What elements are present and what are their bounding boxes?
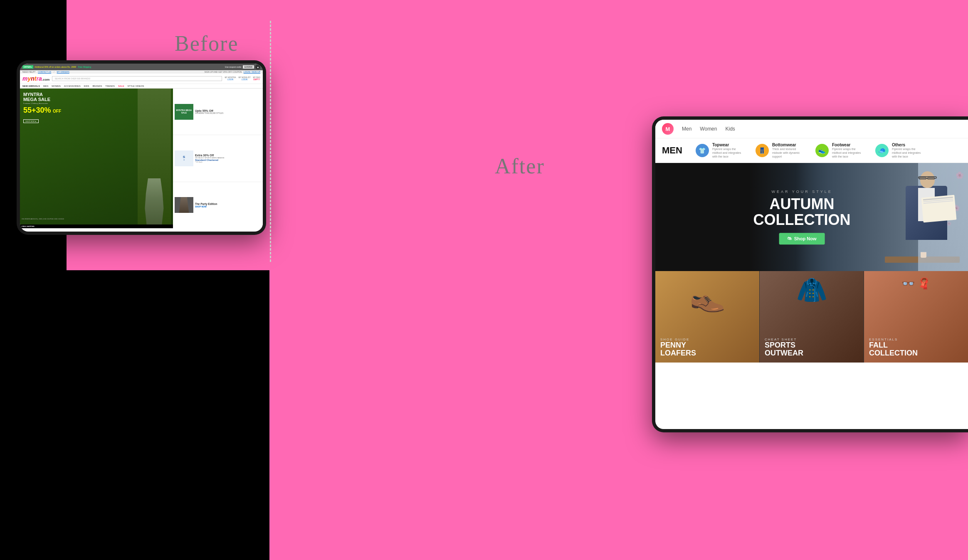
- old-logo: myntra.com: [22, 75, 49, 82]
- sidebar-img-3: [175, 197, 193, 213]
- product-card-shoes[interactable]: 👞 SHOE GUIDE PENNY LOAFERS: [655, 271, 759, 363]
- cat-others[interactable]: 🧢 Others Flyknire wraps the midfoot and …: [875, 143, 925, 158]
- tablet-after: M Men Women Kids MEN 👕 Topwear Flyknire …: [652, 116, 968, 432]
- shoe-title2: LOAFERS: [660, 349, 696, 358]
- shoe-image: 👞: [689, 279, 726, 313]
- coupon-area: Use coupon code: EOS530 ●: [225, 64, 260, 69]
- new-nav: Men Women Kids: [682, 126, 735, 132]
- product-cards-row: 👞 SHOE GUIDE PENNY LOAFERS 🧥 CHEAT SHEET…: [655, 271, 968, 363]
- shoes-label: SHOE GUIDE PENNY LOAFERS: [660, 338, 696, 358]
- shoe-title: PENNY: [660, 341, 696, 350]
- sidebar-text-2: Extra 30% Off ON SELECT SPORTS MERCHANDI…: [195, 154, 225, 163]
- fall-label: ESSENTIALS FALL COLLECTION: [869, 338, 918, 358]
- old-search[interactable]: SEARCH FROM OVER 500 BRANDS!: [52, 76, 222, 81]
- product-card-fall[interactable]: 👓 🧣 ESSENTIALS FALL COLLECTION: [864, 271, 968, 363]
- after-label: After: [495, 154, 545, 178]
- old-actions: MY MYNTRA LOGIN MY WISHLIST LOGIN MY BAG…: [225, 76, 260, 81]
- nav-men[interactable]: Men: [682, 126, 691, 132]
- topwear-icon: 👕: [696, 144, 709, 157]
- free-shipping-bar: FREE SHIPPING: [20, 224, 173, 228]
- sidebar-text-3: The Party Edition SHOP NOW: [195, 202, 217, 208]
- new-logo: M: [662, 123, 674, 135]
- bottomwear-text: Bottomwear Thick and textured midsole wi…: [772, 143, 805, 158]
- sports-title2: OUTWEAR: [765, 349, 803, 358]
- sports-label: CHEAT SHEET SPORTS OUTWEAR: [765, 338, 803, 358]
- fall-title2: COLLECTION: [869, 349, 918, 358]
- cat-topwear[interactable]: 👕 Topwear Flyknire wraps the midfoot and…: [696, 143, 746, 158]
- tablet-after-screen: M Men Women Kids MEN 👕 Topwear Flyknire …: [655, 120, 968, 429]
- old-sidebar: MYNTRA MEGA SALE Upto 55% Off ON MORE TH…: [173, 89, 263, 228]
- old-content: MYNTRA MEGA SALE Footwear | Clothing | A…: [20, 89, 263, 228]
- topwear-text: Topwear Flyknire wraps the midfoot and i…: [712, 143, 746, 158]
- divider: [270, 21, 271, 262]
- nav-kids[interactable]: Kids: [725, 126, 735, 132]
- sports-image: 🧥: [796, 275, 827, 305]
- old-header: myntra.com SEARCH FROM OVER 500 BRANDS! …: [20, 74, 263, 84]
- sports-title: SPORTS: [765, 341, 803, 350]
- nav-women[interactable]: Women: [700, 126, 717, 132]
- model-silhouette-old: [144, 178, 165, 228]
- hero-subtitle: Footwear | Clothing | Accessories: [23, 102, 61, 104]
- new-hero-text: WEAR YOUR STYLE AUTUMN COLLECTION 🛍 Shop…: [753, 190, 851, 244]
- shop-now-button[interactable]: 🛍 Shop Now: [779, 233, 825, 244]
- others-icon: 🧢: [875, 144, 889, 157]
- essentials-image: 👓 🧣: [899, 277, 933, 290]
- sidebar-item-1: MYNTRA MEGA SALE Upto 55% Off ON MORE TH…: [173, 89, 263, 135]
- cat-bottomwear[interactable]: 👖 Bottomwear Thick and textured midsole …: [756, 143, 805, 158]
- old-topbar: OFFER+ Additional 30% off on orders abov…: [20, 64, 263, 70]
- hero-title-line2: COLLECTION: [753, 212, 851, 228]
- hero-discount: 55+30% OFF: [23, 106, 61, 115]
- old-hero: MYNTRA MEGA SALE Footwear | Clothing | A…: [20, 89, 173, 228]
- cat-footwear[interactable]: 👟 Footwear Flyknire wraps the midfoot an…: [815, 143, 865, 158]
- old-hero-text: MYNTRA MEGA SALE Footwear | Clothing | A…: [23, 92, 61, 123]
- wear-style-label: WEAR YOUR STYLE: [753, 190, 851, 194]
- new-hero: WEAR YOUR STYLE AUTUMN COLLECTION 🛍 Shop…: [655, 163, 968, 271]
- sidebar-img-2: S ≋: [175, 150, 193, 166]
- old-model: [138, 89, 171, 228]
- footwear-text: Footwear Flyknire wraps the midfoot and …: [832, 143, 865, 158]
- fall-title: FALL: [869, 341, 918, 350]
- hero-title-line1: AUTUMN: [753, 196, 851, 212]
- tablet-before-screen: OFFER+ Additional 30% off on orders abov…: [20, 64, 263, 232]
- tablet-before: OFFER+ Additional 30% off on orders abov…: [17, 60, 266, 235]
- others-text: Others Flyknire wraps the midfoot and in…: [892, 143, 925, 158]
- product-card-sports[interactable]: 🧥 CHEAT SHEET SPORTS OUTWEAR: [759, 271, 864, 363]
- new-categories: MEN 👕 Topwear Flyknire wraps the midfoot…: [655, 138, 968, 163]
- hero-shop-now[interactable]: SHOP NOW ►: [23, 116, 61, 123]
- sidebar-item-2: S ≋ Extra 30% Off ON SELECT SPORTS MERCH…: [173, 135, 263, 182]
- on-orders: ON ORDERS ABOVE Rs. 2999 | USE COUPON CO…: [22, 218, 64, 220]
- bottomwear-icon: 👖: [756, 144, 769, 157]
- offer-text: Additional 30% off on orders above Rs. 2…: [35, 66, 91, 68]
- offer-tag: OFFER+: [22, 65, 33, 69]
- old-nav: NEW ARRIVALS MEN WOMEN ACCESSORIES KIDS …: [20, 84, 263, 89]
- sidebar-item-3: The Party Edition SHOP NOW: [173, 182, 263, 228]
- hero-title: MYNTRA MEGA SALE: [23, 92, 61, 102]
- footwear-icon: 👟: [815, 144, 829, 157]
- sidebar-img-1: MYNTRA MEGA SALE: [175, 104, 193, 120]
- before-label: Before: [175, 31, 238, 56]
- old-nav2: NEED HELP? CONTACT US / MY ORDERS SIGN U…: [20, 70, 263, 74]
- men-label: MEN: [662, 145, 682, 156]
- sidebar-text-1: Upto 55% Off ON MORE THAN 30,000 STYLES: [195, 109, 223, 114]
- new-header: M Men Women Kids: [655, 120, 968, 138]
